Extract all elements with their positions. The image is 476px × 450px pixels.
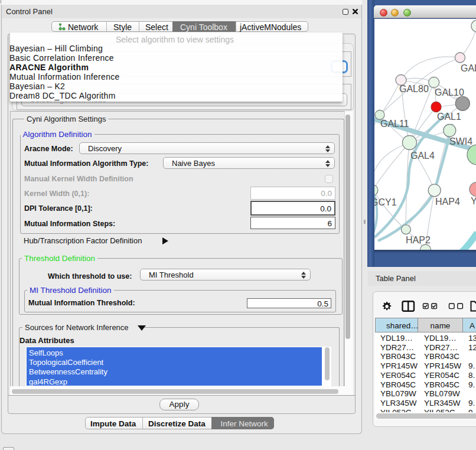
svg-text:GAL4: GAL4 [410, 151, 435, 161]
svg-text:Y: Y [471, 196, 476, 206]
svg-text:GCY1: GCY1 [374, 197, 397, 207]
svg-text:HAP4: HAP4 [435, 197, 460, 207]
svg-text:GAL10: GAL10 [435, 87, 464, 97]
svg-text:GAL1: GAL1 [437, 112, 461, 122]
svg-text:GAL: GAL [461, 63, 476, 73]
svg-text:GAL80: GAL80 [399, 84, 429, 94]
svg-text:GAL11: GAL11 [380, 119, 409, 129]
svg-text:HAP2: HAP2 [406, 235, 431, 245]
svg-text:SWI4: SWI4 [449, 136, 472, 146]
